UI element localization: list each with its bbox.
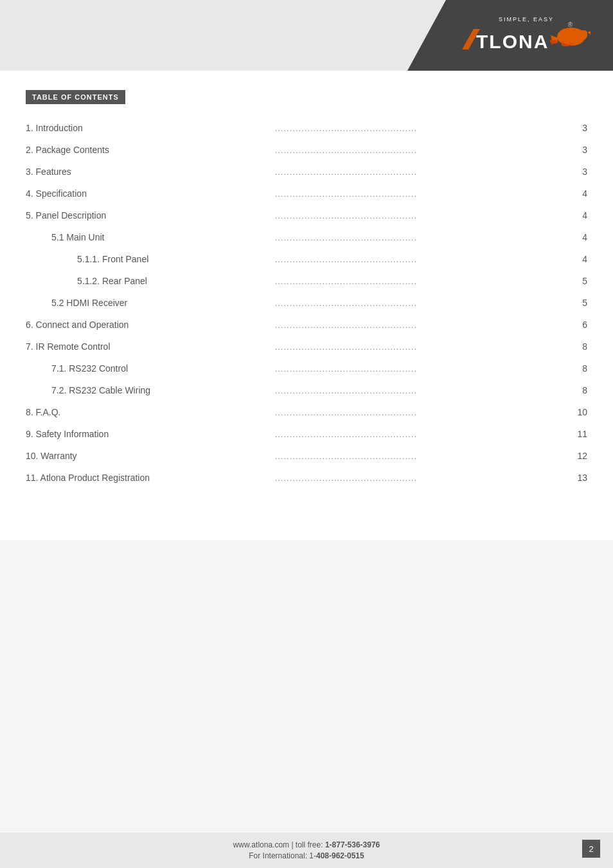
- toc-dots: ........................................…: [270, 270, 568, 292]
- toc-page-number: 8: [568, 357, 587, 379]
- toc-item-label: 7. IR Remote Control: [26, 336, 270, 357]
- toc-dots: ........................................…: [270, 226, 568, 248]
- toc-row: 5. Panel Description....................…: [26, 204, 587, 226]
- footer-line1: www.atlona.com | toll free: 1-877-536-39…: [233, 840, 380, 849]
- footer-line1-prefix: www.atlona.com | toll free:: [233, 840, 325, 849]
- toc-row: 7. IR Remote Control....................…: [26, 336, 587, 357]
- toc-row: 4. Specification........................…: [26, 183, 587, 204]
- toc-row: 5.1 Main Unit...........................…: [26, 226, 587, 248]
- toc-item-label: 11. Atlona Product Registration: [26, 467, 270, 489]
- toc-page-number: 3: [568, 161, 587, 183]
- toc-page-number: 8: [568, 379, 587, 401]
- toc-row: 5.1.2. Rear Panel.......................…: [26, 270, 587, 292]
- toc-page-number: 5: [568, 270, 587, 292]
- toc-row: 10. Warranty............................…: [26, 445, 587, 467]
- toc-item-label: 10. Warranty: [26, 445, 270, 467]
- toc-dots: ........................................…: [270, 467, 568, 489]
- toc-heading: TABLE OF CONTENTS: [26, 90, 125, 104]
- toc-item-label: 6. Connect and Operation: [26, 314, 270, 336]
- toc-dots: ........................................…: [270, 139, 568, 161]
- toc-row: 3. Features.............................…: [26, 161, 587, 183]
- toc-page-number: 4: [568, 248, 587, 270]
- toc-item-label: 2. Package Contents: [26, 139, 270, 161]
- toc-dots: ........................................…: [270, 336, 568, 357]
- main-content: TABLE OF CONTENTS 1. Introduction.......…: [0, 71, 613, 540]
- footer-line2-prefix: For International: 1-: [249, 851, 316, 860]
- toc-dots: ........................................…: [270, 401, 568, 423]
- svg-text:TLONA: TLONA: [476, 31, 549, 52]
- toc-page-number: 13: [568, 467, 587, 489]
- toc-dots: ........................................…: [270, 423, 568, 445]
- footer-phone2: 408-962-0515: [316, 851, 364, 860]
- toc-item-label: 1. Introduction: [26, 117, 270, 139]
- toc-dots: ........................................…: [270, 204, 568, 226]
- toc-item-label: 3. Features: [26, 161, 270, 183]
- toc-page-number: 4: [568, 183, 587, 204]
- toc-item-label: 7.1. RS232 Control: [26, 357, 270, 379]
- toc-row: 5.2 HDMI Receiver.......................…: [26, 292, 587, 314]
- toc-page-number: 11: [568, 423, 587, 445]
- toc-row: 2. Package Contents.....................…: [26, 139, 587, 161]
- toc-dots: ........................................…: [270, 314, 568, 336]
- logo-area: ® SIMPLE, EASY TLONA: [407, 0, 613, 71]
- toc-page-number: 4: [568, 226, 587, 248]
- toc-item-label: 7.2. RS232 Cable Wiring: [26, 379, 270, 401]
- footer-phone1: 1-877-536-3976: [325, 840, 380, 849]
- svg-point-4: [581, 30, 587, 37]
- toc-row: 5.1.1. Front Panel......................…: [26, 248, 587, 270]
- toc-dots: ........................................…: [270, 161, 568, 183]
- toc-dots: ........................................…: [270, 248, 568, 270]
- toc-page-number: 4: [568, 204, 587, 226]
- toc-row: 8. F.A.Q................................…: [26, 401, 587, 423]
- toc-table: 1. Introduction.........................…: [26, 117, 587, 489]
- toc-page-number: 3: [568, 117, 587, 139]
- toc-dots: ........................................…: [270, 445, 568, 467]
- toc-dots: ........................................…: [270, 357, 568, 379]
- toc-item-label: 4. Specification: [26, 183, 270, 204]
- registered-mark: ®: [568, 21, 573, 28]
- toc-page-number: 10: [568, 401, 587, 423]
- toc-row: 7.1. RS232 Control......................…: [26, 357, 587, 379]
- toc-row: 1. Introduction.........................…: [26, 117, 587, 139]
- toc-dots: ........................................…: [270, 379, 568, 401]
- footer: www.atlona.com | toll free: 1-877-536-39…: [0, 833, 613, 868]
- toc-page-number: 8: [568, 336, 587, 357]
- logo-simple-easy: SIMPLE, EASY: [499, 16, 554, 23]
- toc-page-number: 3: [568, 139, 587, 161]
- toc-row: 6. Connect and Operation................…: [26, 314, 587, 336]
- toc-item-label: 5.2 HDMI Receiver: [26, 292, 270, 314]
- toc-item-label: 5.1 Main Unit: [26, 226, 270, 248]
- toc-item-label: 5.1.1. Front Panel: [26, 248, 270, 270]
- svg-marker-7: [549, 40, 558, 44]
- toc-page-number: 12: [568, 445, 587, 467]
- header: ® SIMPLE, EASY TLONA: [0, 0, 613, 71]
- toc-row: 7.2. RS232 Cable Wiring.................…: [26, 379, 587, 401]
- toc-page-number: 5: [568, 292, 587, 314]
- toc-item-label: 5.1.2. Rear Panel: [26, 270, 270, 292]
- footer-line2: For International: 1-408-962-0515: [249, 851, 364, 860]
- toc-row: 9. Safety Information...................…: [26, 423, 587, 445]
- toc-item-label: 9. Safety Information: [26, 423, 270, 445]
- toc-dots: ........................................…: [270, 117, 568, 139]
- toc-item-label: 5. Panel Description: [26, 204, 270, 226]
- toc-item-label: 8. F.A.Q.: [26, 401, 270, 423]
- toc-page-number: 6: [568, 314, 587, 336]
- svg-marker-5: [587, 30, 591, 35]
- toc-dots: ........................................…: [270, 292, 568, 314]
- logo-atlona: TLONA: [462, 24, 591, 55]
- toc-row: 11. Atlona Product Registration.........…: [26, 467, 587, 489]
- atlona-logo-svg: TLONA: [462, 24, 591, 55]
- toc-dots: ........................................…: [270, 183, 568, 204]
- page-number: 2: [582, 840, 600, 858]
